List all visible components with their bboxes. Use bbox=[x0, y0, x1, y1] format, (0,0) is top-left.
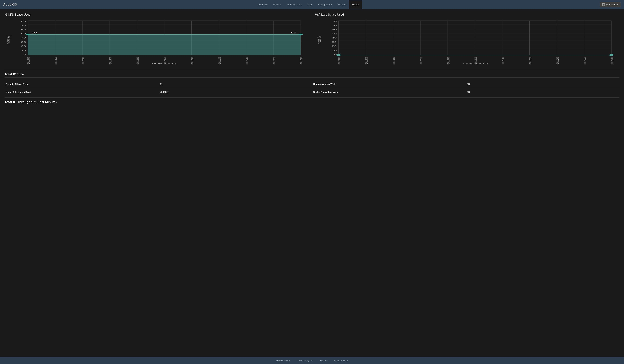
auto-refresh-label: Auto Refresh bbox=[606, 3, 618, 6]
ufs-chart-title: % UFS Space Used bbox=[4, 13, 309, 16]
under-fs-write-label: Under Filesystem Write bbox=[312, 88, 466, 96]
svg-text:3/14/2019 15:38:30: 3/14/2019 15:38:30 bbox=[54, 57, 57, 64]
svg-point-33 bbox=[26, 34, 30, 35]
nav-inalluxio[interactable]: In-Alluxio Data bbox=[284, 0, 305, 9]
footer-project-website[interactable]: Project Website bbox=[276, 359, 291, 362]
svg-text:3/14/2019 15:43:00: 3/14/2019 15:43:00 bbox=[610, 57, 614, 64]
footer: Project Website User Mailing List Worker… bbox=[0, 357, 624, 364]
nav-links: Overview Browse In-Alluxio Data Logs Con… bbox=[17, 0, 600, 9]
svg-text:70: 70 bbox=[21, 25, 26, 26]
svg-text:3/14/2019 15:38:00: 3/14/2019 15:38:00 bbox=[27, 57, 30, 64]
under-fs-read-value: 51.46KB bbox=[158, 88, 312, 96]
svg-text:3/14/2019 15:40:00: 3/14/2019 15:40:00 bbox=[446, 57, 450, 64]
auto-refresh-button[interactable]: Auto Refresh bbox=[600, 2, 621, 7]
svg-text:10: 10 bbox=[332, 49, 337, 51]
svg-text:Percent (%): Percent (%) bbox=[316, 36, 322, 45]
io-size-divider2 bbox=[4, 77, 620, 78]
svg-point-82 bbox=[609, 54, 614, 56]
throughput-title: Total IO Throughput (Last Minute) bbox=[4, 100, 620, 104]
svg-text:3/14/2019 15:39:00: 3/14/2019 15:39:00 bbox=[81, 57, 85, 64]
svg-text:3/14/2019 15:42:00: 3/14/2019 15:42:00 bbox=[556, 57, 559, 64]
io-size-title: Total IO Size bbox=[4, 73, 620, 76]
alluxio-chart-wrapper: 0 10 20 30 40 50 60 70 80 Percent (%) bbox=[315, 19, 620, 64]
svg-text:40: 40 bbox=[21, 37, 26, 39]
svg-marker-31 bbox=[28, 34, 301, 55]
nav-browse[interactable]: Browse bbox=[270, 0, 284, 9]
svg-text:3/14/2019 15:41:30: 3/14/2019 15:41:30 bbox=[218, 57, 221, 64]
io-size-table: Remote Alluxio Read 0B Remote Alluxio Wr… bbox=[4, 80, 620, 96]
ufs-chart-svg: 0 10 20 30 40 50 60 70 80 Percent (%) bbox=[4, 19, 309, 64]
svg-text:3/14/2019 15:41:00: 3/14/2019 15:41:00 bbox=[501, 57, 505, 64]
svg-text:10: 10 bbox=[21, 49, 26, 51]
svg-text:50: 50 bbox=[21, 33, 26, 35]
alluxio-chart-title: % Alluxio Space Used bbox=[315, 13, 620, 16]
alluxio-chart-svg: 0 10 20 30 40 50 60 70 80 Percent (%) bbox=[315, 19, 620, 64]
remote-alluxio-write-label: Remote Alluxio Write bbox=[312, 80, 466, 88]
svg-text:3/14/2019 15:41:00: 3/14/2019 15:41:00 bbox=[190, 57, 194, 64]
svg-text:3/14/2019 15:41:30: 3/14/2019 15:41:30 bbox=[528, 57, 532, 64]
svg-text:50: 50 bbox=[332, 33, 337, 35]
remote-alluxio-read-value: 0B bbox=[158, 80, 312, 88]
svg-text:40: 40 bbox=[332, 37, 337, 39]
svg-text:Time Stamp: Time Stamp bbox=[462, 63, 488, 64]
alluxio-chart-container: % Alluxio Space Used 0 10 20 30 40 50 60… bbox=[315, 13, 620, 64]
nav-workers[interactable]: Workers bbox=[335, 0, 349, 9]
svg-text:3/14/2019 15:39:00: 3/14/2019 15:39:00 bbox=[392, 57, 395, 64]
svg-text:3/14/2019 15:39:30: 3/14/2019 15:39:30 bbox=[419, 57, 423, 64]
footer-mailing-list[interactable]: User Mailing List bbox=[298, 359, 313, 362]
svg-text:3/14/2019 15:42:30: 3/14/2019 15:42:30 bbox=[583, 57, 587, 64]
svg-text:3/14/2019 15:42:30: 3/14/2019 15:42:30 bbox=[272, 57, 276, 64]
svg-text:Percent (%): Percent (%) bbox=[6, 36, 11, 45]
svg-text:3/14/2019 15:43:00: 3/14/2019 15:43:00 bbox=[299, 57, 303, 64]
nav-logs[interactable]: Logs bbox=[305, 0, 315, 9]
ufs-chart-container: % UFS Space Used 0 10 20 30 40 bbox=[4, 13, 309, 64]
footer-slack[interactable]: Slack Channel bbox=[334, 359, 348, 362]
nav-configuration[interactable]: Configuration bbox=[315, 0, 335, 9]
navbar: ALLUXIO Overview Browse In-Alluxio Data … bbox=[0, 0, 624, 9]
svg-text:80: 80 bbox=[21, 21, 26, 22]
table-row: Under Filesystem Read 51.46KB Under File… bbox=[4, 88, 620, 96]
svg-text:3/14/2019 15:42:00: 3/14/2019 15:42:00 bbox=[245, 57, 249, 64]
under-fs-write-value: 0B bbox=[466, 88, 620, 96]
brand-logo: ALLUXIO bbox=[3, 3, 17, 6]
remote-alluxio-read-label: Remote Alluxio Read bbox=[4, 80, 158, 88]
auto-refresh-checkbox-icon bbox=[602, 3, 605, 6]
ufs-chart-wrapper: 0 10 20 30 40 50 60 70 80 Percent (%) bbox=[4, 19, 309, 64]
charts-row: % UFS Space Used 0 10 20 30 40 bbox=[4, 13, 620, 64]
svg-text:0: 0 bbox=[24, 54, 26, 55]
svg-text:30: 30 bbox=[21, 41, 26, 43]
nav-metrics[interactable]: Metrics bbox=[349, 0, 362, 9]
svg-point-81 bbox=[336, 54, 341, 56]
svg-text:3/14/2019 15:40:00: 3/14/2019 15:40:00 bbox=[136, 57, 139, 64]
svg-text:70: 70 bbox=[332, 25, 337, 26]
svg-text:20: 20 bbox=[332, 45, 337, 47]
svg-text:3/14/2019 15:38:00: 3/14/2019 15:38:00 bbox=[337, 57, 341, 64]
table-row: Remote Alluxio Read 0B Remote Alluxio Wr… bbox=[4, 80, 620, 88]
svg-text:60: 60 bbox=[332, 29, 337, 30]
svg-text:3/14/2019 15:38:30: 3/14/2019 15:38:30 bbox=[364, 57, 368, 64]
remote-alluxio-write-value: 0B bbox=[466, 80, 620, 88]
nav-overview[interactable]: Overview bbox=[255, 0, 270, 9]
svg-text:30: 30 bbox=[332, 41, 337, 43]
svg-text:Time Stamp: Time Stamp bbox=[151, 63, 178, 64]
footer-workers[interactable]: Workers bbox=[320, 359, 327, 362]
svg-text:20: 20 bbox=[21, 45, 26, 47]
main-content: % UFS Space Used 0 10 20 30 40 bbox=[0, 9, 624, 109]
svg-text:50: 50 bbox=[291, 32, 296, 34]
io-size-divider bbox=[4, 70, 620, 70]
svg-text:60: 60 bbox=[21, 29, 26, 30]
svg-point-34 bbox=[299, 34, 303, 35]
svg-text:50: 50 bbox=[31, 32, 37, 34]
under-fs-read-label: Under Filesystem Read bbox=[4, 88, 158, 96]
svg-text:3/14/2019 15:39:30: 3/14/2019 15:39:30 bbox=[108, 57, 112, 64]
svg-text:80: 80 bbox=[332, 21, 337, 22]
